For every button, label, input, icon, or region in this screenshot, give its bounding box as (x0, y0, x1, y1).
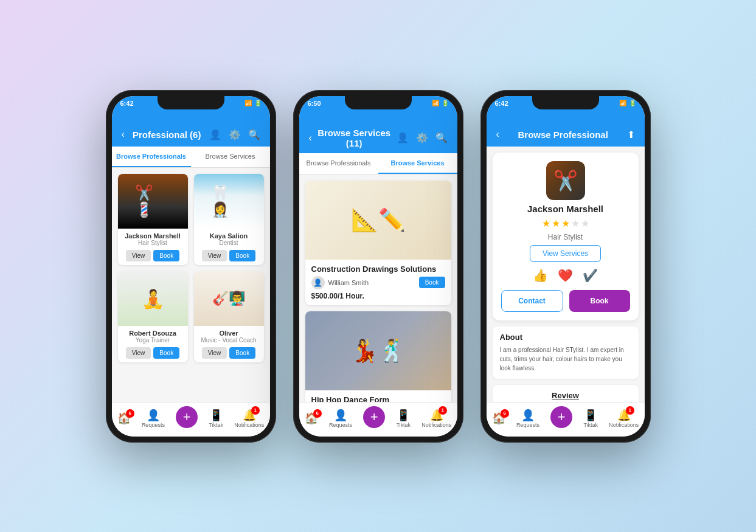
nav-tiktak-2[interactable]: 📱 Tiktak (396, 409, 411, 428)
requests-icon-2: 👤 (334, 409, 347, 422)
pro-name-oliver: Oliver (199, 330, 259, 337)
tabs-2: Browse Professionals Browse Services (299, 153, 457, 174)
status-bar-1: 6:42 📶 🔋 (112, 96, 270, 123)
nav-plus-2[interactable]: + (363, 406, 385, 428)
nav-requests-2[interactable]: 👤 Requests (329, 409, 352, 428)
nav-plus-3[interactable]: + (550, 406, 572, 428)
tab-browse-professionals-1[interactable]: Browse Professionals (112, 147, 191, 167)
service-price-construction: $500.00/1 Hour. (311, 292, 445, 300)
view-button-oliver[interactable]: View (202, 347, 227, 359)
profile-role-3: Hair Stylist (548, 233, 583, 241)
tab-browse-services-2[interactable]: Browse Services (378, 153, 457, 174)
requests-icon-3: 👤 (521, 409, 535, 422)
time-3: 6:42 (495, 100, 508, 107)
nav-home-2[interactable]: 🏠 6 (305, 412, 318, 425)
nav-notifications-3[interactable]: 🔔 1 Notifications (609, 409, 639, 428)
view-button-robert[interactable]: View (126, 347, 151, 359)
settings-icon-1[interactable]: ⚙️ (227, 128, 242, 142)
header-title-1: Professional (6) (126, 130, 208, 140)
pro-title-robert: Yoga Trainer (123, 337, 183, 344)
back-button-2[interactable]: ‹ (308, 131, 313, 145)
book-button-construction[interactable]: Book (419, 277, 445, 288)
notif-badge-2: 1 (439, 406, 447, 415)
tab-browse-professionals-2[interactable]: Browse Professionals (299, 153, 378, 174)
book-button-3[interactable]: Book (569, 290, 630, 312)
service-img-dance (305, 311, 451, 390)
star-3: ★ (561, 218, 570, 229)
review-title-3: Review (500, 391, 631, 400)
about-title-3: About (500, 333, 631, 342)
search-icon-2[interactable]: 🔍 (434, 131, 449, 145)
provider-name-william: William Smith (328, 279, 369, 286)
phone-3: 6:42 📶 🔋 ‹ Browse Professional ⬆ ✂️ Jack… (480, 90, 651, 443)
profile-icon-1[interactable]: 👤 (208, 128, 223, 142)
book-button-jackson[interactable]: Book (153, 250, 179, 261)
heart-icon-3[interactable]: ❤️ (558, 268, 573, 283)
bottom-nav-2: 🏠 6 👤 Requests + 📱 Tiktak 🔔 (299, 402, 457, 437)
profile-actions-3: 👍 ❤️ ✔️ (533, 268, 598, 283)
nav-notifications-2[interactable]: 🔔 1 Notifications (421, 409, 451, 428)
pro-img-robert (118, 271, 188, 326)
service-card-dance: Hip Hop Dance Form (305, 311, 451, 402)
home-badge-3: 6 (501, 409, 509, 418)
requests-label-1: Requests (142, 422, 165, 428)
nav-home-3[interactable]: 🏠 6 (492, 412, 505, 425)
battery-icon-1: 🔋 (254, 100, 262, 106)
tab-browse-services-1[interactable]: Browse Services (191, 147, 270, 167)
view-button-kaya[interactable]: View (202, 250, 227, 261)
nav-notifications-1[interactable]: 🔔 1 Notifications (234, 409, 264, 428)
pro-card-robert: Robert Dsouza Yoga Trainer View Book (118, 271, 188, 362)
star-4: ★ (571, 218, 580, 229)
notif-label-2: Notifications (421, 422, 451, 428)
book-button-oliver[interactable]: Book (229, 347, 255, 359)
profile-icon-2[interactable]: 👤 (395, 131, 410, 145)
view-services-button-3[interactable]: View Services (530, 245, 601, 262)
nav-home-1[interactable]: 🏠 6 (117, 412, 131, 425)
pro-img-oliver (194, 271, 264, 326)
pro-card-kaya: Kaya Salion Dentist View Book (194, 174, 264, 265)
nav-plus-1[interactable]: + (176, 406, 198, 428)
nav-requests-1[interactable]: 👤 Requests (142, 409, 165, 428)
battery-icon-2: 🔋 (442, 100, 449, 106)
phone-2: 6:50 📶 🔋 ‹ Browse Services (11) 👤 ⚙️ 🔍 B… (293, 90, 463, 443)
requests-label-3: Requests (516, 422, 539, 428)
pro-title-kaya: Dentist (199, 240, 259, 246)
pro-title-oliver: Music - Vocal Coach (199, 337, 259, 344)
phone-1: 6:42 📶 🔋 ‹ Professional (6) 👤 ⚙️ 🔍 Brows… (106, 90, 276, 443)
wifi-icon-1: 📶 (244, 100, 252, 106)
nav-requests-3[interactable]: 👤 Requests (516, 409, 539, 428)
share-icon-3[interactable]: ⬆ (626, 128, 636, 142)
wifi-icon-2: 📶 (432, 100, 439, 106)
pro-name-robert: Robert Dsouza (123, 330, 183, 337)
settings-icon-2[interactable]: ⚙️ (415, 131, 429, 145)
contact-button-3[interactable]: Contact (501, 290, 563, 312)
search-icon-1[interactable]: 🔍 (247, 128, 262, 142)
profile-avatar-3: ✂️ (546, 161, 585, 200)
notif-label-1: Notifications (234, 422, 264, 428)
tiktak-label-3: Tiktak (583, 422, 598, 428)
back-button-1[interactable]: ‹ (120, 128, 126, 141)
provider-avatar-william: 👤 (311, 276, 325, 289)
book-button-kaya[interactable]: Book (229, 250, 255, 261)
back-button-3[interactable]: ‹ (495, 128, 501, 141)
service-title-dance: Hip Hop Dance Form (311, 395, 445, 402)
check-icon-3[interactable]: ✔️ (583, 268, 598, 283)
contact-row-3: Contact Book (501, 290, 630, 312)
bottom-nav-1: 🏠 6 👤 Requests + 📱 Tiktak 🔔 (112, 402, 270, 437)
book-button-robert[interactable]: Book (153, 347, 179, 359)
pros-list-1: Jackson Marshell Hair Stylist View Book … (112, 168, 270, 402)
tiktak-icon-1: 📱 (209, 409, 223, 422)
thumbs-up-icon-3[interactable]: 👍 (533, 268, 548, 283)
tiktak-label-1: Tiktak (209, 422, 223, 428)
nav-tiktak-1[interactable]: 📱 Tiktak (209, 409, 223, 428)
home-badge-1: 6 (126, 409, 134, 418)
time-2: 6:50 (308, 100, 321, 107)
tiktak-icon-3: 📱 (584, 409, 597, 422)
plus-icon-3: + (558, 409, 566, 425)
pro-title-jackson: Hair Stylist (123, 240, 183, 246)
star-2: ★ (552, 218, 560, 229)
status-bar-3: 6:42 📶 🔋 (487, 96, 645, 123)
view-button-jackson[interactable]: View (126, 250, 151, 261)
nav-tiktak-3[interactable]: 📱 Tiktak (583, 409, 598, 428)
requests-label-2: Requests (329, 422, 352, 428)
